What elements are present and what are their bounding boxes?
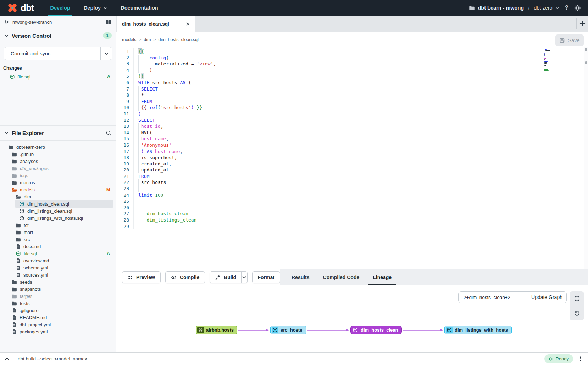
code-line-1[interactable]: 1{{ <box>116 48 588 55</box>
code-line-16[interactable]: 16 'Anonymous' <box>116 142 588 148</box>
chevron-up-icon[interactable] <box>4 356 10 362</box>
breadcrumb-item[interactable]: models <box>122 37 136 42</box>
branch-selector[interactable]: mwong-dev-branch <box>0 16 116 29</box>
fullscreen-icon[interactable] <box>574 295 580 302</box>
lineage-node-airbnb-hosts[interactable]: airbnb.hosts <box>196 326 237 334</box>
lineage-node-dim-listings-with-hosts[interactable]: dim_listings_with_hosts <box>444 326 512 334</box>
tree-item-dim-listings-with-hosts-sql[interactable]: dim_listings_with_hosts.sql <box>0 214 116 222</box>
tree-item-mart[interactable]: mart <box>0 229 116 236</box>
tree-item-analyses[interactable]: analyses <box>0 158 116 165</box>
tree-item-target[interactable]: target <box>0 293 116 300</box>
format-button[interactable]: Format <box>252 271 280 283</box>
tree-item-dim-listings-clean-sql[interactable]: dim_listings_clean.sql <box>0 207 116 214</box>
tree-item-overview-md[interactable]: overview.md <box>0 257 116 264</box>
tree-item-src[interactable]: src <box>0 236 116 243</box>
commit-and-sync-button[interactable]: Commit and sync <box>4 47 112 60</box>
panels-icon[interactable] <box>106 19 112 25</box>
version-control-header[interactable]: Version Control 1 <box>0 29 116 42</box>
code-line-26[interactable]: 26 <box>116 205 588 211</box>
tree-item--gitignore[interactable]: .gitignore <box>0 307 116 314</box>
code-line-29[interactable]: 29 <box>116 223 588 230</box>
account-project-selector[interactable]: dbt Learn - mwong / dbt zero <box>469 5 559 11</box>
code-line-11[interactable]: 11) <box>116 111 588 117</box>
preview-button[interactable]: Preview <box>122 271 161 283</box>
editor-tab[interactable]: dim_hosts_clean.sql <box>117 16 195 32</box>
code-line-10[interactable]: 10 {{ ref('src_hosts') }} <box>116 104 588 111</box>
code-line-13[interactable]: 13 host_id, <box>116 123 588 130</box>
code-line-5[interactable]: 5}} <box>116 73 588 80</box>
code-line-15[interactable]: 15 host_name, <box>116 136 588 142</box>
commit-dropdown[interactable] <box>100 47 112 60</box>
code-line-23[interactable]: 23 <box>116 186 588 192</box>
code-line-27[interactable]: 27-- dim_hosts_clean <box>116 211 588 217</box>
nav-deploy[interactable]: Deploy <box>84 0 107 16</box>
code-line-6[interactable]: 6WITH src_hosts AS ( <box>116 80 588 86</box>
help-button[interactable]: ? <box>565 4 568 11</box>
code-line-25[interactable]: 25 <box>116 198 588 205</box>
tree-item--github[interactable]: .github <box>0 151 116 158</box>
code-line-22[interactable]: 22 src_hosts <box>116 179 588 186</box>
undo-icon[interactable] <box>574 310 580 316</box>
lineage-node-src-hosts[interactable]: src_hosts <box>270 326 306 334</box>
tab-lineage[interactable]: Lineage <box>373 269 392 285</box>
dbt-logo[interactable]: dbt <box>0 2 50 13</box>
tree-item-dim[interactable]: dim <box>0 193 116 200</box>
code-line-12[interactable]: 12SELECT <box>116 117 588 124</box>
code-line-2[interactable]: 2 config( <box>116 55 588 61</box>
tree-item-dbt-packages[interactable]: dbt_packages <box>0 165 116 172</box>
update-graph-button[interactable]: Update Graph <box>527 292 566 303</box>
code-line-4[interactable]: 4 ) <box>116 67 588 73</box>
code-line-28[interactable]: 28-- dim_listings_clean <box>116 217 588 223</box>
tree-item-packages-yml[interactable]: packages.yml <box>0 328 116 335</box>
tree-item-sources-yml[interactable]: sources.yml <box>0 271 116 278</box>
command-hint[interactable]: dbt build --select <model_name> <box>18 356 88 361</box>
code-line-21[interactable]: 21FROM <box>116 173 588 180</box>
lineage-node-dim-hosts-clean[interactable]: dim_hosts_clean <box>350 326 402 334</box>
nav-documentation[interactable]: Documentation <box>121 0 158 16</box>
code-line-8[interactable]: 8 * <box>116 92 588 98</box>
new-tab-button[interactable] <box>579 16 586 32</box>
breadcrumb-item[interactable]: dim_hosts_clean.sql <box>158 37 198 42</box>
save-button[interactable]: Save <box>555 34 584 46</box>
changed-file-row[interactable]: file.sql A <box>0 73 116 81</box>
tab-results[interactable]: Results <box>292 269 310 285</box>
code-line-24[interactable]: 24limit 100 <box>116 192 588 198</box>
code-line-18[interactable]: 18 is_superhost, <box>116 154 588 161</box>
tree-item-file-sql[interactable]: file.sqlA <box>0 250 116 257</box>
file-explorer-header[interactable]: File Explorer <box>0 125 116 141</box>
tree-item-logs[interactable]: logs <box>0 172 116 179</box>
build-dropdown[interactable] <box>241 272 247 283</box>
tree-item-snapshots[interactable]: snapshots <box>0 285 116 293</box>
tree-item-readme-md[interactable]: README.md <box>0 314 116 321</box>
scrollbar-thumb[interactable] <box>585 48 587 51</box>
code-line-19[interactable]: 19 created_at, <box>116 161 588 167</box>
kebab-icon[interactable] <box>578 356 583 361</box>
tab-compiled-code[interactable]: Compiled Code <box>323 269 360 285</box>
tree-item-fct[interactable]: fct <box>0 222 116 229</box>
tree-item-macros[interactable]: macros <box>0 179 116 186</box>
tree-item-models[interactable]: modelsM <box>0 186 116 193</box>
code-line-7[interactable]: 7 SELECT <box>116 86 588 92</box>
nav-develop[interactable]: Develop <box>50 0 70 16</box>
editor-scrollbar[interactable] <box>584 47 588 269</box>
tree-item-dbt-project-yml[interactable]: dbt_project.yml <box>0 321 116 328</box>
build-button[interactable]: Build <box>210 272 241 283</box>
code-line-17[interactable]: 17 ) AS host_name, <box>116 148 588 155</box>
breadcrumb-item[interactable]: dim <box>144 37 151 42</box>
search-icon[interactable] <box>106 130 112 136</box>
code-editor[interactable]: 1{{2 config(3 materialized = 'view',4 )5… <box>116 47 588 269</box>
lineage-filter-input[interactable] <box>459 292 527 303</box>
code-line-20[interactable]: 20 updated_at <box>116 167 588 173</box>
close-icon[interactable] <box>185 22 190 26</box>
tree-item-dim-hosts-clean-sql[interactable]: dim_hosts_clean.sql <box>0 200 116 207</box>
tree-item-schema-yml[interactable]: schema.yml <box>0 264 116 271</box>
tree-item-dbt-learn-zero[interactable]: dbt-learn-zero <box>0 143 116 151</box>
tree-item-docs-md[interactable]: docs.md <box>0 243 116 250</box>
minimap[interactable] <box>544 49 557 72</box>
tree-item-seeds[interactable]: seeds <box>0 278 116 285</box>
code-line-14[interactable]: 14 NVL( <box>116 130 588 136</box>
code-line-9[interactable]: 9 FROM <box>116 98 588 105</box>
gear-icon[interactable] <box>574 5 581 11</box>
tree-item-tests[interactable]: tests <box>0 300 116 307</box>
compile-button[interactable]: Compile <box>165 271 205 283</box>
